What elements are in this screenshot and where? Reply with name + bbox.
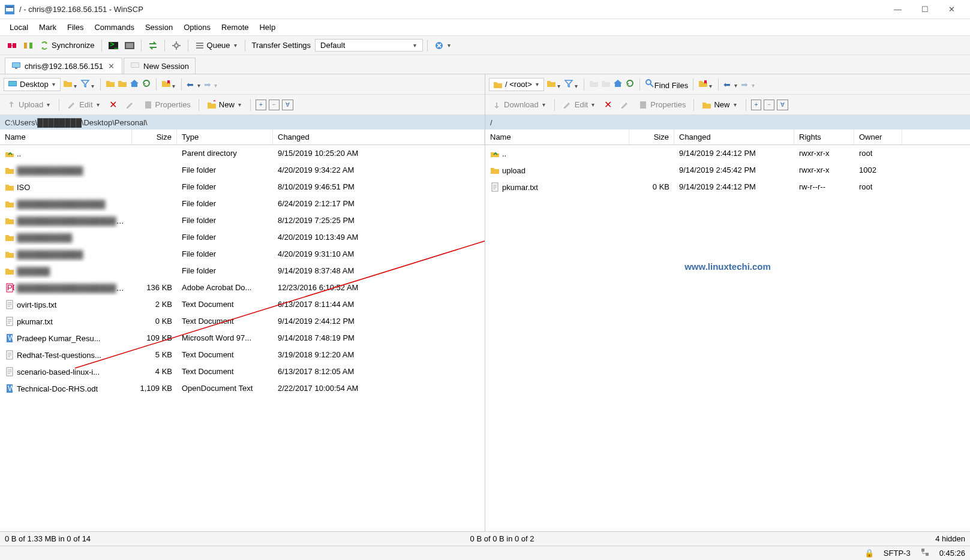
- menu-session[interactable]: Session: [140, 20, 178, 34]
- remote-bookmark-icon[interactable]: ▾: [698, 79, 713, 90]
- queue-button[interactable]: Queue ▾: [193, 39, 241, 52]
- local-file-header[interactable]: Name Size Type Changed: [0, 130, 485, 145]
- table-row[interactable]: ..Parent directory9/15/2019 10:25:20 AM: [0, 145, 485, 162]
- console-icon[interactable]: [122, 39, 137, 52]
- transfer-settings-label[interactable]: Transfer Settings: [250, 39, 314, 52]
- new-session-button[interactable]: New Session: [124, 58, 196, 74]
- find-files-button[interactable]: Find Files: [645, 79, 688, 90]
- table-row[interactable]: ████████████████████File folder8/12/2019…: [0, 212, 485, 229]
- remote-edit-button[interactable]: Edit▾: [560, 99, 599, 111]
- remote-folder1-icon[interactable]: [589, 79, 599, 90]
- remote-col-name[interactable]: Name: [485, 130, 629, 144]
- disconnect-icon[interactable]: ▾: [432, 39, 454, 52]
- local-col-type[interactable]: Type: [177, 130, 273, 144]
- local-plus-icon[interactable]: +: [256, 100, 266, 110]
- table-row[interactable]: Redhat-Test-questions...5 KBText Documen…: [0, 347, 485, 363]
- menu-remote[interactable]: Remote: [217, 20, 254, 34]
- close-button[interactable]: ✕: [938, 0, 965, 19]
- remote-plus-icon[interactable]: +: [751, 100, 762, 110]
- remote-rename-icon[interactable]: [617, 99, 633, 111]
- menu-mark[interactable]: Mark: [34, 20, 61, 34]
- remote-open-folder-icon[interactable]: ▾: [546, 79, 561, 90]
- table-row[interactable]: WTechnical-Doc-RHS.odt1,109 KBOpenDocume…: [0, 380, 485, 397]
- session-tab-active[interactable]: chris@192.168.56.151 ✕: [5, 58, 122, 74]
- local-properties-button[interactable]: Properties: [140, 99, 194, 111]
- local-filter-icon[interactable]: ▾: [80, 79, 95, 90]
- remote-folder2-icon[interactable]: [601, 79, 611, 90]
- table-row[interactable]: ████████████File folder4/20/2019 9:31:10…: [0, 246, 485, 263]
- remote-col-changed[interactable]: Changed: [674, 130, 794, 144]
- table-row[interactable]: PDF████████████████████136 KBAdobe Acrob…: [0, 279, 485, 296]
- main-toolbar: Synchronize >_ Queue ▾ Transfer Settings…: [0, 36, 970, 55]
- remote-path-bar[interactable]: /: [485, 115, 970, 130]
- local-drive-dropdown[interactable]: Desktop ▾: [4, 78, 61, 91]
- table-row[interactable]: pkumar.txt0 KBText Document9/14/2019 2:4…: [0, 313, 485, 330]
- remote-col-size[interactable]: Size: [629, 130, 674, 144]
- local-folder1-icon[interactable]: [106, 79, 115, 90]
- local-refresh-icon[interactable]: [142, 79, 151, 90]
- remote-home-icon[interactable]: [613, 79, 623, 90]
- synchronize-button[interactable]: Synchronize: [37, 39, 97, 52]
- terminal-icon[interactable]: >_: [106, 39, 121, 52]
- settings-icon[interactable]: [169, 39, 184, 52]
- local-home-icon[interactable]: [130, 79, 139, 90]
- menu-files[interactable]: Files: [62, 20, 88, 34]
- download-button[interactable]: Download▾: [489, 99, 549, 111]
- remote-col-owner[interactable]: Owner: [854, 130, 902, 144]
- table-row[interactable]: ISOFile folder8/10/2019 9:46:51 PM: [0, 179, 485, 195]
- local-edit-button[interactable]: Edit▾: [64, 99, 103, 111]
- remote-file-list[interactable]: Name Size Changed Rights Owner ..9/14/20…: [485, 130, 970, 531]
- local-new-button[interactable]: *New▾: [204, 99, 245, 111]
- local-col-changed[interactable]: Changed: [273, 130, 485, 144]
- remote-refresh-icon[interactable]: [625, 79, 635, 90]
- local-select-all-icon[interactable]: ∀: [282, 100, 293, 110]
- remote-properties-button[interactable]: Properties: [635, 99, 689, 111]
- menu-local[interactable]: Local: [5, 20, 33, 34]
- local-col-size[interactable]: Size: [132, 130, 177, 144]
- upload-button[interactable]: Upload▾: [4, 99, 54, 111]
- table-row[interactable]: WPradeep Kumar_Resu...109 KBMicrosoft Wo…: [0, 330, 485, 347]
- local-bookmark-icon[interactable]: ▾: [161, 79, 176, 90]
- tab-close-icon[interactable]: ✕: [107, 62, 116, 71]
- remote-select-all-icon[interactable]: ∀: [777, 100, 788, 110]
- remote-col-rights[interactable]: Rights: [794, 130, 854, 144]
- transfer-preset-dropdown[interactable]: Default▾: [315, 39, 423, 52]
- local-forward-button[interactable]: ➡ ▾: [204, 80, 219, 89]
- remote-location-dropdown[interactable]: / <root> ▾: [489, 78, 544, 91]
- table-row[interactable]: ████████████████File folder6/24/2019 2:1…: [0, 195, 485, 212]
- maximize-button[interactable]: ☐: [911, 0, 938, 19]
- watermark-text: www.linuxtechi.com: [684, 261, 771, 272]
- minimize-button[interactable]: —: [884, 0, 911, 19]
- transfer-icon[interactable]: [146, 39, 160, 52]
- table-row[interactable]: ██████File folder9/14/2019 8:37:48 AM: [0, 263, 485, 279]
- sync-browse-icon[interactable]: [5, 39, 19, 52]
- table-row[interactable]: ..9/14/2019 2:44:12 PMrwxr-xr-xroot: [485, 145, 970, 162]
- local-col-name[interactable]: Name: [0, 130, 132, 144]
- remote-filter-icon[interactable]: ▾: [564, 79, 579, 90]
- table-row[interactable]: ████████████File folder4/20/2019 9:34:22…: [0, 162, 485, 179]
- menu-help[interactable]: Help: [254, 20, 280, 34]
- menu-options[interactable]: Options: [179, 20, 215, 34]
- remote-delete-icon[interactable]: ✕: [601, 98, 615, 112]
- remote-forward-button[interactable]: ➡ ▾: [741, 80, 756, 89]
- compare-icon[interactable]: [21, 39, 35, 52]
- remote-minus-icon[interactable]: −: [764, 100, 774, 110]
- local-minus-icon[interactable]: −: [269, 100, 280, 110]
- table-row[interactable]: upload9/14/2019 2:45:42 PMrwxr-xr-x1002: [485, 162, 970, 179]
- remote-new-button[interactable]: New▾: [699, 99, 740, 111]
- local-folder2-icon[interactable]: [118, 79, 127, 90]
- local-back-button[interactable]: ⬅ ▾: [187, 80, 202, 89]
- table-row[interactable]: ██████████File folder4/20/2019 10:13:49 …: [0, 229, 485, 246]
- table-row[interactable]: ovirt-tips.txt2 KBText Document6/13/2017…: [0, 296, 485, 313]
- remote-file-header[interactable]: Name Size Changed Rights Owner: [485, 130, 970, 145]
- local-file-list[interactable]: Name Size Type Changed ..Parent director…: [0, 130, 485, 531]
- menu-commands[interactable]: Commands: [89, 20, 139, 34]
- local-delete-icon[interactable]: ✕: [106, 98, 120, 112]
- table-row[interactable]: pkumar.txt0 KB9/14/2019 2:44:12 PMrw-r--…: [485, 179, 970, 195]
- remote-back-button[interactable]: ⬅ ▾: [723, 80, 738, 89]
- svg-rect-10: [126, 43, 133, 48]
- local-open-folder-icon[interactable]: ▾: [63, 79, 78, 90]
- table-row[interactable]: scenario-based-linux-i...4 KBText Docume…: [0, 363, 485, 380]
- local-rename-icon[interactable]: [122, 99, 138, 111]
- local-path-bar[interactable]: C:\Users\████████\Desktop\Personal\: [0, 115, 485, 130]
